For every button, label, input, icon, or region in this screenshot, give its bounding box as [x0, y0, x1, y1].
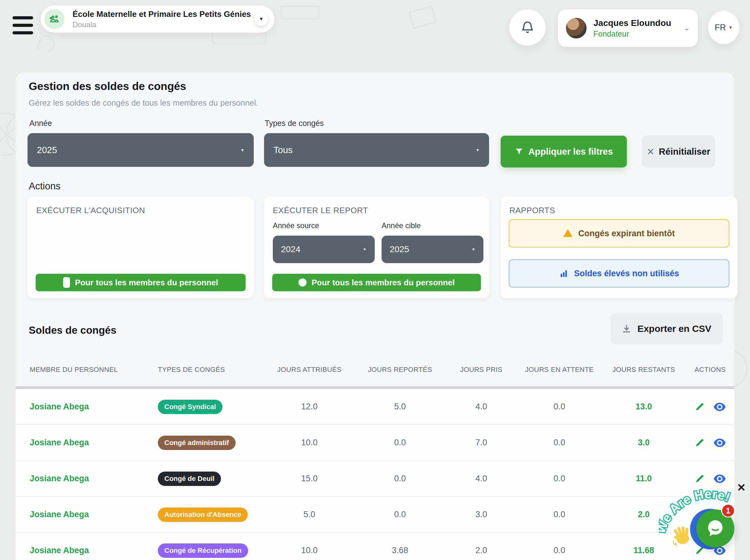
eye-icon	[713, 402, 726, 412]
acquisition-run-button[interactable]: Pour tous les membres du personnel	[36, 274, 246, 291]
type-filter-label: Types de congés	[265, 119, 324, 128]
school-selector[interactable]: École Maternelle et Primaire Les Petits …	[41, 6, 275, 33]
chat-bubble-icon	[704, 517, 727, 540]
member-name-link[interactable]: Josiane Abega	[30, 402, 142, 412]
edit-button[interactable]	[694, 474, 705, 484]
chat-widget-close-button[interactable]: ✕	[737, 481, 746, 494]
user-menu[interactable]: Jacques Eloundou Fondateur ⌄	[558, 9, 698, 47]
notifications-button[interactable]	[509, 9, 546, 46]
edit-button[interactable]	[694, 438, 705, 448]
leave-type-badge: Congé de Deuil	[158, 472, 221, 486]
acquisition-card: EXÉCUTER L'ACQUISITION Pour tous les mem…	[27, 197, 254, 298]
hamburger-menu-button[interactable]	[13, 16, 33, 34]
days-attributed: 10.0	[264, 438, 355, 447]
report-card: EXÉCUTER LE REPORT Année source Année ci…	[264, 197, 489, 298]
caret-down-icon: ▼	[363, 247, 367, 252]
eye-icon	[713, 438, 726, 448]
days-pending: 0.0	[517, 474, 602, 483]
dot-icon	[299, 278, 307, 286]
pencil-icon	[694, 474, 705, 484]
download-icon	[622, 324, 631, 334]
table-row: Josiane Abega Autorisation d'Absence 5.0…	[16, 497, 734, 533]
edit-button[interactable]	[694, 402, 705, 412]
table-row: Josiane Abega Congé administratif 10.0 0…	[16, 425, 734, 461]
table-row: Josiane Abega Congé de Récupération 10.0…	[16, 533, 734, 560]
pencil-icon	[694, 402, 705, 412]
leave-type-badge: Congé administratif	[158, 436, 236, 450]
unused-balances-report-button[interactable]: Soldes élevés non utilisés	[509, 259, 729, 287]
warning-triangle-icon	[563, 229, 572, 238]
days-pending: 0.0	[517, 546, 602, 555]
type-filter-value: Tous	[273, 145, 292, 155]
days-pending: 0.0	[517, 402, 602, 412]
col-header-pending: Jours en attente	[517, 365, 602, 375]
year-filter-label: Année	[29, 119, 52, 128]
year-filter-value: 2025	[37, 145, 57, 155]
table-body: Josiane Abega Congé Syndical 12.0 5.0 4.…	[16, 389, 734, 560]
target-year-label: Année cible	[382, 221, 421, 230]
col-header-reported: Jours reportés	[355, 365, 445, 375]
days-taken: 7.0	[445, 438, 517, 447]
report-title: EXÉCUTER LE REPORT	[273, 206, 480, 215]
caret-down-icon: ▼	[240, 148, 244, 153]
actions-section-title: Actions	[29, 181, 61, 192]
days-attributed: 10.0	[264, 546, 355, 555]
member-name-link[interactable]: Josiane Abega	[30, 438, 142, 447]
days-remaining: 11.0	[602, 474, 686, 483]
caret-down-icon: ▼	[471, 247, 475, 252]
days-remaining: 3.0	[602, 438, 686, 447]
view-button[interactable]	[713, 438, 726, 448]
table-horizontal-scrollbar[interactable]	[16, 386, 734, 389]
year-filter-select[interactable]: 2025 ▼	[27, 133, 254, 167]
reports-card: RAPPORTS Congés expirant bientôt Soldes …	[501, 197, 737, 298]
type-filter-select[interactable]: Tous ▼	[264, 133, 489, 167]
user-avatar	[566, 18, 587, 38]
col-header-attributed: Jours attribués	[264, 365, 355, 375]
member-name-link[interactable]: Josiane Abega	[30, 474, 142, 483]
report-run-button[interactable]: Pour tous les membres du personnel	[272, 274, 481, 291]
days-remaining: 11.68	[602, 546, 686, 555]
days-remaining: 13.0	[602, 402, 686, 412]
view-button[interactable]	[713, 402, 726, 412]
member-name-link[interactable]: Josiane Abega	[30, 510, 142, 519]
eye-icon	[713, 474, 726, 484]
language-caret-icon: ▼	[728, 25, 733, 30]
balances-section-title: Soldes de congés	[29, 324, 117, 336]
language-selector[interactable]: FR ▼	[708, 11, 739, 44]
leave-type-badge: Autorisation d'Absence	[158, 507, 248, 522]
col-header-actions: Actions	[686, 365, 734, 375]
reset-filters-button[interactable]: ✕ Réinitialiser	[642, 136, 715, 167]
page-subtitle: Gérez les soldes de congés de tous les m…	[29, 98, 258, 108]
caret-down-icon: ▼	[475, 148, 480, 153]
col-header-remaining: Jours restants	[602, 365, 686, 375]
document-icon	[63, 277, 70, 288]
days-reported: 0.0	[355, 438, 445, 447]
close-x-icon: ✕	[647, 146, 654, 157]
export-csv-button[interactable]: Exporter en CSV	[610, 313, 723, 344]
school-dropdown-caret[interactable]: ▼	[255, 12, 268, 26]
table-header-row: Membre du personnel Types de congés Jour…	[16, 353, 734, 386]
view-button[interactable]	[713, 474, 726, 484]
days-attributed: 5.0	[264, 510, 355, 519]
days-attributed: 12.0	[264, 402, 355, 412]
days-remaining: 2.0	[602, 510, 686, 519]
days-taken: 2.0	[445, 546, 517, 555]
language-code: FR	[715, 23, 726, 33]
col-header-member: Membre du personnel	[30, 365, 142, 375]
page-title: Gestion des soldes de congés	[29, 80, 186, 93]
days-reported: 0.0	[355, 510, 445, 519]
reports-title: RAPPORTS	[509, 206, 729, 215]
member-name-link[interactable]: Josiane Abega	[30, 546, 142, 555]
leave-type-badge: Congé Syndical	[158, 400, 223, 414]
user-name: Jacques Eloundou	[593, 18, 684, 28]
days-taken: 4.0	[445, 474, 517, 483]
table-row: Josiane Abega Congé Syndical 12.0 5.0 4.…	[16, 389, 734, 425]
col-header-taken: Jours pris	[445, 365, 517, 375]
source-year-select[interactable]: 2024 ▼	[273, 236, 375, 263]
expiring-leaves-report-button[interactable]: Congés expirant bientôt	[509, 219, 729, 247]
school-name: École Maternelle et Primaire Les Petits …	[73, 9, 255, 19]
apply-filters-button[interactable]: Appliquer les filtres	[501, 136, 627, 167]
days-attributed: 15.0	[264, 474, 355, 483]
leave-type-badge: Congé de Récupération	[158, 543, 248, 558]
target-year-select[interactable]: 2025 ▼	[382, 236, 483, 263]
